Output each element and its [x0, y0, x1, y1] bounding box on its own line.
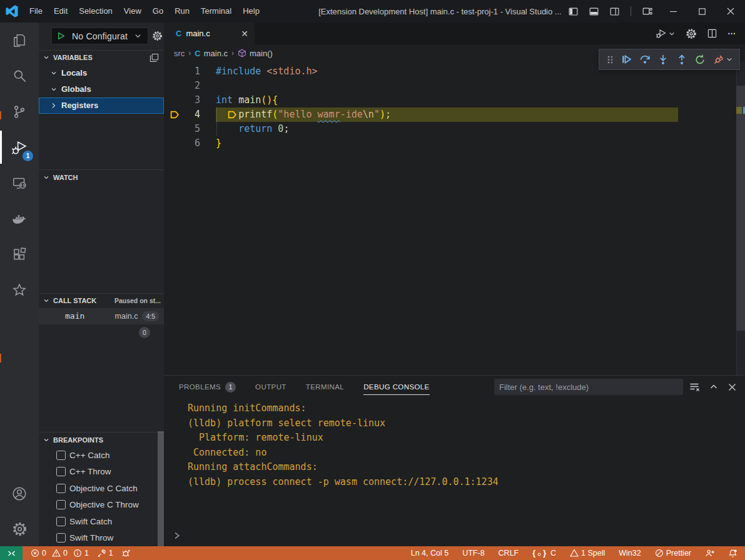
eol[interactable]: CRLF	[499, 549, 519, 558]
glyph-margin[interactable]	[164, 93, 185, 108]
console-filter[interactable]	[494, 379, 683, 395]
notifications-bell-icon[interactable]	[728, 549, 737, 558]
toggle-secondary-sidebar-icon[interactable]	[610, 7, 619, 16]
breakpoints-header[interactable]: BREAKPOINTS	[39, 432, 164, 447]
debug-console-output[interactable]: Running initCommands:(lldb) platform sel…	[164, 398, 745, 546]
breakpoint-checkbox[interactable]	[56, 467, 66, 476]
formatter-status[interactable]: Prettier	[655, 549, 691, 558]
breakpoint-objective-c-catch[interactable]: Objective C Catch	[39, 480, 164, 497]
toggle-panel-icon[interactable]	[589, 7, 599, 16]
sidebar-scrollbar[interactable]	[158, 431, 164, 546]
debug-status-icon[interactable]	[121, 548, 131, 558]
tab-close-icon[interactable]: ✕	[241, 29, 248, 39]
thread-badge: 0	[139, 327, 150, 338]
watch-header[interactable]: WATCH	[39, 170, 164, 184]
menu-selection[interactable]: Selection	[73, 0, 118, 22]
editor-more-actions-icon[interactable]: ⋯	[727, 29, 736, 38]
breakpoint-checkbox[interactable]	[56, 484, 66, 493]
extensions-icon[interactable]	[0, 236, 39, 272]
edge-marker	[0, 354, 1, 362]
variables-scope-registers[interactable]: Registers	[39, 98, 164, 114]
cursor-position[interactable]: Ln 4, Col 5	[411, 549, 449, 558]
menu-help[interactable]: Help	[237, 0, 265, 22]
menu-run[interactable]: Run	[169, 0, 195, 22]
panel-tab-output[interactable]: OUTPUT	[255, 376, 286, 398]
minimize-button[interactable]	[659, 0, 687, 22]
close-panel-icon[interactable]	[728, 383, 736, 391]
glyph-margin[interactable]	[164, 122, 185, 136]
customize-layout-icon[interactable]	[642, 6, 652, 16]
glyph-margin[interactable]	[164, 108, 185, 122]
menu-file[interactable]: File	[24, 0, 48, 22]
menu-edit[interactable]: Edit	[48, 0, 73, 22]
breakpoint-checkbox[interactable]	[56, 517, 66, 526]
variables-header[interactable]: VARIABLES	[39, 51, 164, 65]
run-or-debug-icon[interactable]	[656, 28, 675, 39]
panel-tab-debug-console[interactable]: DEBUG CONSOLE	[363, 376, 430, 398]
tasks-status[interactable]: 1	[97, 549, 113, 558]
docker-icon[interactable]	[0, 201, 39, 236]
breakpoint-c-catch[interactable]: C++ Catch	[39, 447, 164, 464]
breadcrumb-symbol[interactable]: main()	[250, 49, 273, 58]
step-out-icon[interactable]	[676, 54, 687, 65]
clear-console-icon[interactable]	[689, 382, 699, 392]
account-icon[interactable]	[0, 476, 39, 511]
c-file-icon: C	[195, 49, 200, 58]
call-stack-header[interactable]: CALL STACK Paused on st...	[39, 294, 164, 308]
debug-configuration-dropdown[interactable]: No Configurat	[51, 28, 148, 44]
feedback-icon[interactable]	[705, 549, 714, 558]
menu-go[interactable]: Go	[147, 0, 169, 22]
continue-icon[interactable]	[621, 54, 632, 65]
split-editor-icon[interactable]	[707, 29, 717, 38]
encoding[interactable]: UTF-8	[462, 549, 484, 558]
collapse-all-icon[interactable]	[150, 53, 159, 62]
toggle-sidebar-icon[interactable]	[569, 7, 578, 16]
run-and-debug-icon[interactable]: 1	[0, 129, 39, 165]
debug-settings-gear-icon[interactable]	[152, 31, 163, 41]
disconnect-icon[interactable]	[713, 54, 732, 65]
step-into-icon[interactable]	[657, 54, 669, 65]
toolbar-drag-handle[interactable]	[607, 55, 614, 64]
breadcrumb-folder[interactable]: src	[174, 49, 185, 58]
breakpoint-checkbox[interactable]	[56, 500, 66, 509]
panel-tab-problems[interactable]: PROBLEMS1	[179, 376, 236, 398]
source-control-icon[interactable]	[0, 94, 39, 129]
breakpoint-swift-catch[interactable]: Swift Catch	[39, 513, 164, 530]
glyph-margin[interactable]	[164, 64, 185, 79]
spell-checker-status[interactable]: 1 Spell	[570, 549, 605, 558]
problems-status[interactable]: 0 0 1	[31, 549, 89, 558]
variables-scope-locals[interactable]: Locals	[39, 65, 164, 81]
restart-icon[interactable]	[694, 54, 706, 65]
explorer-icon[interactable]	[0, 22, 39, 58]
platform-status[interactable]: Win32	[619, 549, 641, 558]
variables-scope-globals[interactable]: Globals	[39, 81, 164, 98]
tab-main-c[interactable]: C main.c ✕	[164, 22, 255, 44]
star-icon[interactable]	[0, 272, 39, 308]
stack-frame-row[interactable]: main main.c 4:5	[39, 308, 164, 324]
breadcrumb-file[interactable]: main.c	[204, 49, 228, 58]
menu-view[interactable]: View	[118, 0, 147, 22]
close-button[interactable]	[716, 0, 745, 22]
editor-settings-gear-icon[interactable]	[686, 28, 697, 39]
breakpoint-checkbox[interactable]	[56, 451, 66, 460]
breakpoint-c-throw[interactable]: C++ Throw	[39, 464, 164, 481]
breakpoint-checkbox[interactable]	[56, 533, 66, 542]
glyph-margin[interactable]	[164, 79, 185, 93]
start-debug-icon	[57, 32, 65, 40]
breakpoint-swift-throw[interactable]: Swift Throw	[39, 530, 164, 547]
maximize-panel-icon[interactable]	[709, 382, 718, 391]
remote-explorer-icon[interactable]	[0, 165, 39, 201]
search-icon[interactable]	[0, 58, 39, 94]
menu-terminal[interactable]: Terminal	[195, 0, 237, 22]
filter-input[interactable]	[494, 379, 683, 395]
panel-tab-terminal[interactable]: TERMINAL	[306, 376, 344, 398]
language-mode[interactable]: {} C	[532, 549, 556, 558]
glyph-margin[interactable]	[164, 136, 185, 151]
breakpoint-objective-c-throw[interactable]: Objective C Throw	[39, 497, 164, 514]
window-title: [Extension Development Host] main.c - te…	[265, 7, 565, 16]
settings-gear-icon[interactable]	[0, 511, 39, 546]
remote-indicator[interactable]	[0, 546, 23, 560]
code-editor[interactable]: 1#include <stdio.h>23int main(){4 printf…	[164, 62, 745, 375]
maximize-button[interactable]	[687, 0, 716, 22]
step-over-icon[interactable]	[639, 54, 651, 65]
